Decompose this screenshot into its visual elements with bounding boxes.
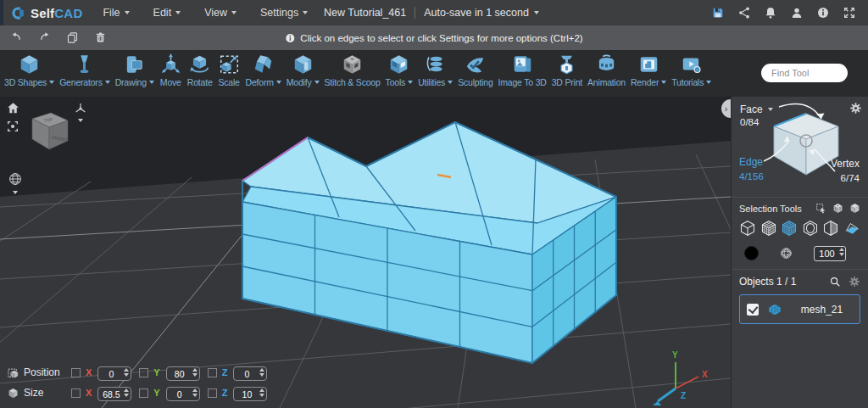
- undo-icon[interactable]: [10, 31, 23, 44]
- toolbar-tool[interactable]: Tools: [383, 50, 416, 87]
- chevron-down-icon: [534, 11, 539, 14]
- objects-list: mesh_21: [739, 294, 860, 324]
- position-x-stepper[interactable]: [124, 368, 129, 377]
- chevron-down-icon[interactable]: [78, 119, 83, 122]
- size-y-stepper[interactable]: [192, 388, 198, 397]
- toolbar-tool[interactable]: Animation: [585, 50, 628, 87]
- menu-item[interactable]: Settings: [260, 7, 308, 19]
- redo-icon[interactable]: [38, 31, 51, 44]
- select-half-icon[interactable]: [822, 220, 839, 237]
- toolbar-tool[interactable]: Sculpting: [455, 50, 495, 87]
- copy-icon[interactable]: [66, 31, 79, 44]
- position-y-stepper[interactable]: [192, 368, 198, 377]
- vertex-mode-button[interactable]: Vertex: [831, 158, 860, 170]
- delete-icon[interactable]: [94, 31, 107, 44]
- selfcad-logo[interactable]: SelfCAD: [3, 5, 89, 21]
- deform-icon: [252, 53, 275, 75]
- home-view-button[interactable]: [6, 101, 20, 115]
- vertex-count: 6/74: [841, 173, 860, 183]
- scale-icon: [218, 53, 241, 75]
- scene-canvas: TOP FRONT Y X Z: [0, 97, 731, 408]
- position-x-checkbox[interactable]: [71, 368, 81, 377]
- chevron-down-icon: [661, 81, 666, 84]
- gear-icon[interactable]: [849, 276, 860, 288]
- chevron-down-icon[interactable]: [13, 191, 18, 194]
- position-z-stepper[interactable]: [259, 368, 264, 377]
- object-list-item[interactable]: mesh_21: [739, 294, 860, 324]
- autosave-status[interactable]: Auto-save in 1 second: [424, 7, 539, 19]
- chevron-down-icon: [768, 108, 773, 111]
- toolbar-tool[interactable]: Image To 3D: [496, 50, 549, 87]
- toolbar-tool[interactable]: 3D Shapes: [2, 50, 57, 87]
- bell-icon[interactable]: [764, 6, 777, 20]
- focus-view-button[interactable]: [6, 120, 19, 133]
- viewport-3d[interactable]: TOP FRONT Y X Z Position: [0, 97, 731, 408]
- axis-widget-button[interactable]: [74, 102, 87, 115]
- chevron-down-icon: [49, 81, 54, 84]
- save-icon[interactable]: [711, 6, 725, 20]
- share-icon[interactable]: [737, 6, 751, 20]
- chevron-down-icon: [303, 11, 308, 14]
- marquee-select-icon[interactable]: [815, 203, 826, 214]
- axis-x-label: X: [702, 370, 708, 379]
- size-z-stepper[interactable]: [259, 388, 264, 397]
- toolbar-tool[interactable]: Generators: [57, 50, 113, 87]
- perspective-globe-button[interactable]: [8, 171, 23, 187]
- select-mesh-active-icon[interactable]: [781, 220, 798, 237]
- size-label: Size: [24, 387, 64, 399]
- fullscreen-icon[interactable]: [843, 6, 856, 20]
- select-plane-icon[interactable]: [843, 220, 860, 237]
- size-x-stepper[interactable]: [124, 388, 129, 397]
- toolbar-tool[interactable]: Rotate: [185, 50, 215, 87]
- menu-item[interactable]: View: [204, 7, 236, 19]
- sphere-brush-icon[interactable]: [779, 246, 793, 260]
- rotate-icon: [188, 53, 211, 75]
- toolbar-tool[interactable]: Modify: [284, 50, 322, 87]
- toolbar-tool[interactable]: Render: [628, 50, 669, 87]
- gear-icon[interactable]: [849, 102, 862, 115]
- axis-y-label: Y: [153, 367, 159, 377]
- top-menu-bar: SelfCAD File Edit View: [0, 0, 868, 25]
- object-name: mesh_21: [791, 304, 853, 316]
- edge-mode-button[interactable]: Edge: [739, 156, 763, 168]
- select-mesh-icon[interactable]: [760, 220, 777, 237]
- menu-item[interactable]: File: [103, 7, 129, 19]
- position-label: Position: [24, 366, 64, 378]
- object-visibility-checkbox[interactable]: [747, 304, 759, 316]
- toolbar-tool[interactable]: Deform: [243, 50, 284, 87]
- toolbar-tool[interactable]: Move: [157, 50, 185, 87]
- user-icon[interactable]: [790, 6, 804, 20]
- dice-cube-icon[interactable]: [832, 203, 843, 214]
- menu-item[interactable]: Edit: [153, 7, 181, 19]
- size-y-checkbox[interactable]: [139, 388, 148, 398]
- navigation-cube[interactable]: TOP FRONT: [32, 113, 69, 149]
- position-y-checkbox[interactable]: [139, 368, 148, 377]
- stitch-scoop-icon: [341, 53, 364, 75]
- select-round-icon[interactable]: [802, 220, 819, 237]
- hint-message: Click on edges to select or click Settin…: [285, 25, 582, 50]
- size-z-checkbox[interactable]: [208, 388, 217, 398]
- brush-size-stepper[interactable]: [839, 248, 844, 256]
- find-tool-input[interactable]: [761, 64, 848, 82]
- toolbar-tool[interactable]: Stitch & Scoop: [322, 50, 383, 87]
- image-to-3d-icon: [511, 53, 534, 75]
- toolbar-tool[interactable]: Scale: [215, 50, 243, 87]
- color-swatch[interactable]: [744, 246, 759, 260]
- select-cube-icon[interactable]: [739, 220, 756, 237]
- box-select-icon[interactable]: [849, 203, 860, 214]
- modify-icon: [292, 53, 314, 75]
- sculpting-icon: [464, 53, 487, 75]
- chevron-down-icon: [314, 81, 320, 84]
- document-title: New Tutorial_461: [324, 7, 406, 19]
- face-mode-dropdown[interactable]: Face: [740, 103, 773, 115]
- toolbar-tool[interactable]: Utilities: [415, 50, 455, 87]
- toolbar-tool[interactable]: Drawing: [113, 50, 157, 87]
- toolbar-tool[interactable]: 3D Print: [549, 50, 585, 87]
- position-z-checkbox[interactable]: [208, 368, 217, 377]
- search-icon[interactable]: [829, 276, 841, 288]
- toolbar-tool[interactable]: Tutorials: [669, 50, 714, 87]
- info-icon[interactable]: [816, 6, 830, 20]
- size-x-checkbox[interactable]: [71, 388, 81, 398]
- cube-icon: [18, 53, 41, 75]
- axis-x-label: X: [86, 367, 92, 377]
